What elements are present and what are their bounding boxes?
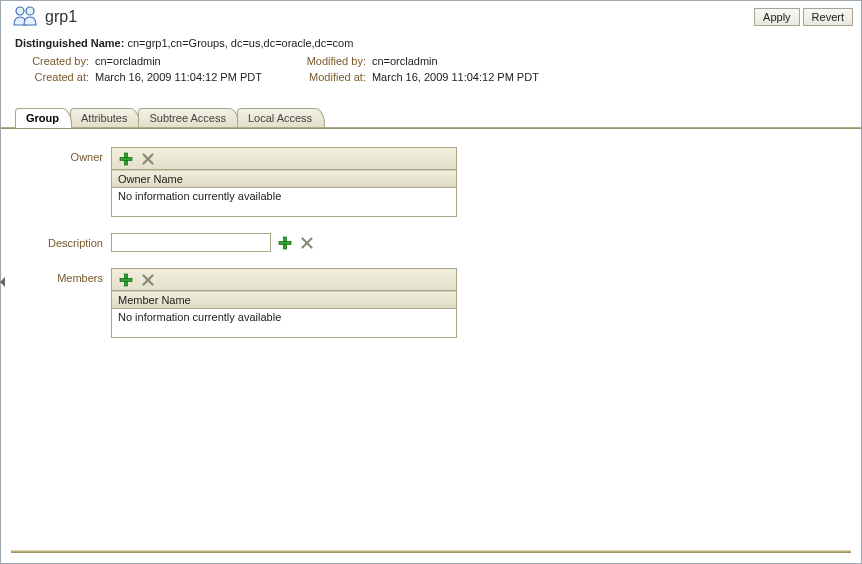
members-table: Member Name No information currently ava…: [111, 268, 457, 338]
members-delete-button[interactable]: [140, 272, 156, 288]
owner-add-button[interactable]: [118, 151, 134, 167]
members-column-header: Member Name: [112, 291, 456, 309]
svg-rect-7: [279, 241, 291, 244]
tab-bar: Group Attributes Subtree Access Local Ac…: [1, 105, 861, 127]
created-at-value: March 16, 2009 11:04:12 PM PDT: [95, 71, 262, 83]
created-by-value: cn=orcladmin: [95, 55, 161, 67]
description-delete-button[interactable]: [299, 235, 315, 251]
revert-button[interactable]: Revert: [803, 8, 853, 26]
description-input[interactable]: [111, 233, 271, 252]
owner-toolbar: [112, 148, 456, 170]
description-add-button[interactable]: [277, 235, 293, 251]
members-empty-message: No information currently available: [112, 309, 456, 337]
apply-button[interactable]: Apply: [754, 8, 800, 26]
tab-underline: [1, 127, 861, 129]
delete-icon: [142, 274, 154, 286]
created-by-label: Created by:: [25, 55, 95, 67]
modified-at-value: March 16, 2009 11:04:12 PM PDT: [372, 71, 539, 83]
chevron-left-icon: [0, 277, 6, 287]
description-label: Description: [31, 233, 111, 249]
members-add-button[interactable]: [118, 272, 134, 288]
tab-subtree-access[interactable]: Subtree Access: [138, 108, 238, 127]
group-icon: [11, 5, 39, 29]
members-toolbar: [112, 269, 456, 291]
owner-column-header: Owner Name: [112, 170, 456, 188]
delete-icon: [142, 153, 154, 165]
svg-marker-14: [0, 277, 5, 287]
tab-attributes[interactable]: Attributes: [70, 108, 140, 127]
tab-local-access[interactable]: Local Access: [237, 108, 325, 127]
modified-at-label: Modified at:: [302, 71, 372, 83]
splitter-collapse-handle[interactable]: [0, 268, 6, 296]
page-title: grp1: [45, 8, 77, 26]
add-icon: [119, 273, 133, 287]
dn-label: Distinguished Name:: [15, 37, 124, 49]
owner-delete-button[interactable]: [140, 151, 156, 167]
svg-point-0: [16, 7, 24, 15]
owner-table: Owner Name No information currently avai…: [111, 147, 457, 217]
members-label: Members: [31, 268, 111, 284]
add-icon: [119, 152, 133, 166]
owner-label: Owner: [31, 147, 111, 163]
svg-rect-11: [120, 278, 132, 281]
created-at-label: Created at:: [25, 71, 95, 83]
add-icon: [278, 236, 292, 250]
modified-by-value: cn=orcladmin: [372, 55, 438, 67]
svg-point-1: [26, 7, 34, 15]
modified-by-label: Modified by:: [302, 55, 372, 67]
footer-divider: [11, 550, 851, 553]
svg-rect-3: [120, 157, 132, 160]
dn-value: cn=grp1,cn=Groups, dc=us,dc=oracle,dc=co…: [127, 37, 353, 49]
tab-group[interactable]: Group: [15, 108, 72, 128]
owner-empty-message: No information currently available: [112, 188, 456, 216]
delete-icon: [301, 237, 313, 249]
distinguished-name: Distinguished Name: cn=grp1,cn=Groups, d…: [15, 37, 847, 49]
